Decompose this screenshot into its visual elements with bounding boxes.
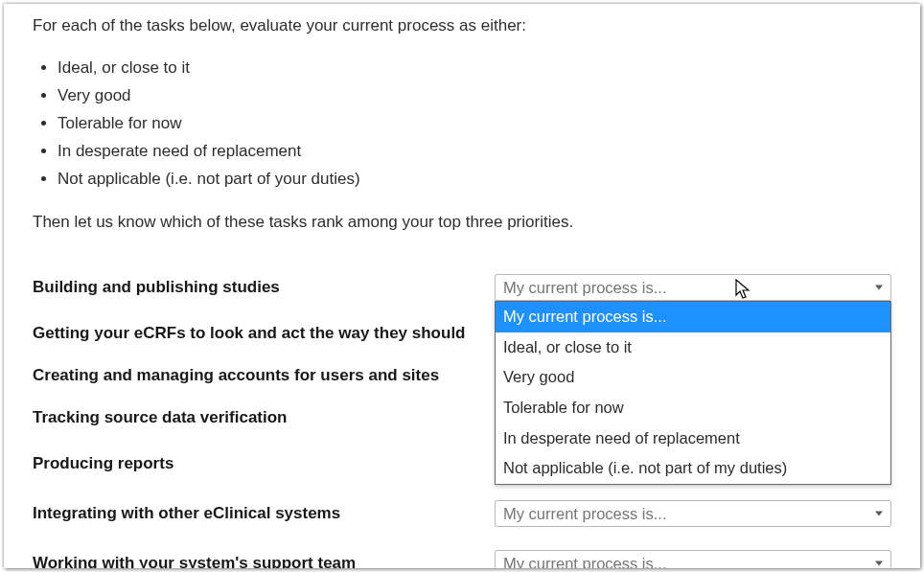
task-row: Integrating with other eClinical systems… [33, 500, 891, 527]
dropdown-option[interactable]: Not applicable (i.e. not part of my duti… [496, 453, 890, 484]
task-label: Producing reports [33, 454, 495, 473]
process-select[interactable]: My current process is... [495, 500, 891, 527]
followup-text: Then let us know which of these tasks ra… [33, 212, 891, 234]
task-label: Tracking source data verification [33, 408, 495, 427]
chevron-down-icon [875, 561, 883, 566]
process-select-dropdown[interactable]: My current process is... Ideal, or close… [495, 301, 891, 484]
chevron-down-icon [875, 512, 883, 516]
list-item: Not applicable (i.e. not part of your du… [58, 166, 891, 194]
task-grid: Building and publishing studies My curre… [33, 274, 891, 568]
chevron-down-icon [875, 286, 883, 290]
task-label: Working with your system's support team [33, 554, 495, 568]
task-label: Creating and managing accounts for users… [33, 366, 495, 385]
dropdown-option[interactable]: Tolerable for now [496, 393, 890, 423]
task-row: Building and publishing studies My curre… [33, 274, 891, 301]
intro-text: For each of the tasks below, evaluate yo… [33, 15, 891, 37]
survey-page: For each of the tasks below, evaluate yo… [4, 4, 920, 568]
select-value: My current process is... [503, 505, 667, 523]
dropdown-option[interactable]: Ideal, or close to it [496, 332, 890, 363]
process-select[interactable]: My current process is... [495, 550, 891, 568]
list-item: In desperate need of replacement [58, 138, 891, 166]
select-value: My current process is... [503, 279, 667, 297]
dropdown-option[interactable]: My current process is... [496, 302, 890, 332]
task-label: Integrating with other eClinical systems [33, 504, 495, 523]
task-label: Building and publishing studies [33, 278, 495, 297]
task-label: Getting your eCRFs to look and act the w… [33, 324, 495, 343]
dropdown-option[interactable]: Very good [496, 362, 890, 393]
task-row: Working with your system's support team … [33, 550, 891, 568]
list-item: Ideal, or close to it [58, 55, 891, 82]
select-value: My current process is... [503, 555, 667, 568]
list-item: Very good [58, 82, 891, 110]
list-item: Tolerable for now [58, 110, 891, 138]
process-select[interactable]: My current process is... [495, 274, 891, 301]
rating-options-list: Ideal, or close to it Very good Tolerabl… [58, 55, 891, 193]
dropdown-option[interactable]: In desperate need of replacement [496, 423, 890, 454]
